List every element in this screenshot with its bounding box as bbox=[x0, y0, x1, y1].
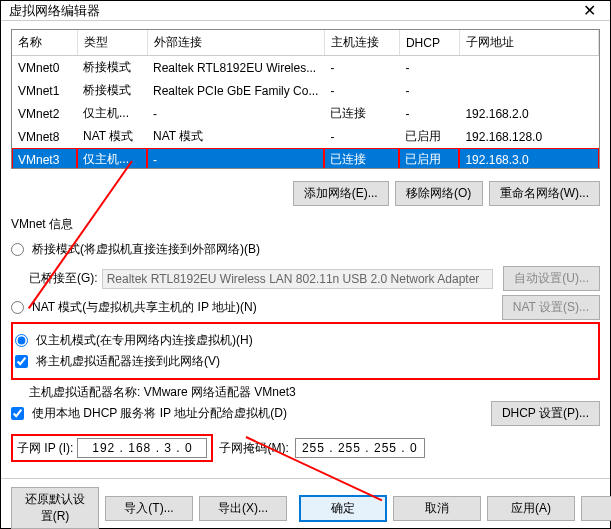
export-button[interactable]: 导出(X)... bbox=[199, 496, 287, 521]
remove-network-button[interactable]: 移除网络(O) bbox=[395, 181, 483, 206]
col-dhcp[interactable]: DHCP bbox=[399, 30, 459, 56]
dhcp-settings-button[interactable]: DHCP 设置(P)... bbox=[491, 401, 600, 426]
cell-subnet: 192.168.2.0 bbox=[459, 102, 598, 125]
subnet-ip-label: 子网 IP (I): bbox=[17, 440, 73, 457]
col-ext[interactable]: 外部连接 bbox=[147, 30, 324, 56]
vmnet-info-label: VMnet 信息 bbox=[11, 216, 600, 233]
cell-host: 已连接 bbox=[324, 102, 399, 125]
cell-dhcp: 已启用 bbox=[399, 125, 459, 148]
cell-type: 桥接模式 bbox=[77, 56, 147, 80]
subnet-mask-label: 子网掩码(M): bbox=[219, 440, 288, 457]
help-button[interactable]: 帮助 bbox=[581, 496, 611, 521]
bridge-mode-label: 桥接模式(将虚拟机直接连接到外部网络)(B) bbox=[32, 241, 260, 258]
cell-name: VMnet0 bbox=[12, 56, 77, 80]
cell-name: VMnet8 bbox=[12, 125, 77, 148]
nat-mode-label: NAT 模式(与虚拟机共享主机的 IP 地址)(N) bbox=[32, 299, 257, 316]
cell-type: 桥接模式 bbox=[77, 79, 147, 102]
adapter-name-value: VMware 网络适配器 VMnet3 bbox=[144, 385, 296, 399]
host-only-mode-radio[interactable] bbox=[15, 334, 28, 347]
cell-subnet: 192.168.3.0 bbox=[459, 148, 598, 169]
table-row[interactable]: VMnet8NAT 模式NAT 模式-已启用192.168.128.0 bbox=[12, 125, 599, 148]
cell-dhcp: - bbox=[399, 79, 459, 102]
table-row[interactable]: VMnet2仅主机...-已连接-192.168.2.0 bbox=[12, 102, 599, 125]
cell-type: 仅主机... bbox=[77, 102, 147, 125]
cancel-button[interactable]: 取消 bbox=[393, 496, 481, 521]
cell-dhcp: - bbox=[399, 102, 459, 125]
col-type[interactable]: 类型 bbox=[77, 30, 147, 56]
adapter-name-label: 主机虚拟适配器名称: bbox=[29, 385, 140, 399]
table-row[interactable]: VMnet0桥接模式Realtek RTL8192EU Wireles...-- bbox=[12, 56, 599, 80]
cell-ext: - bbox=[147, 102, 324, 125]
use-dhcp-checkbox[interactable] bbox=[11, 407, 24, 420]
col-host[interactable]: 主机连接 bbox=[324, 30, 399, 56]
restore-defaults-button[interactable]: 还原默认设置(R) bbox=[11, 487, 99, 529]
connect-host-label: 将主机虚拟适配器连接到此网络(V) bbox=[36, 353, 220, 370]
network-table[interactable]: 名称 类型 外部连接 主机连接 DHCP 子网地址 VMnet0桥接模式Real… bbox=[11, 29, 600, 169]
cell-ext: Realtek RTL8192EU Wireles... bbox=[147, 56, 324, 80]
cell-type: 仅主机... bbox=[77, 148, 147, 169]
connect-host-checkbox[interactable] bbox=[15, 355, 28, 368]
cell-name: VMnet3 bbox=[12, 148, 77, 169]
nat-mode-radio[interactable] bbox=[11, 301, 24, 314]
cell-host: - bbox=[324, 125, 399, 148]
table-row[interactable]: VMnet3仅主机...-已连接已启用192.168.3.0 bbox=[12, 148, 599, 169]
nat-settings-button: NAT 设置(S)... bbox=[502, 295, 600, 320]
subnet-mask-input[interactable]: 255 . 255 . 255 . 0 bbox=[295, 438, 425, 458]
cell-dhcp: 已启用 bbox=[399, 148, 459, 169]
cell-host: - bbox=[324, 79, 399, 102]
cell-ext: - bbox=[147, 148, 324, 169]
cell-dhcp: - bbox=[399, 56, 459, 80]
import-button[interactable]: 导入(T)... bbox=[105, 496, 193, 521]
cell-subnet: 192.168.128.0 bbox=[459, 125, 598, 148]
close-icon[interactable]: ✕ bbox=[577, 1, 602, 20]
bridge-mode-radio[interactable] bbox=[11, 243, 24, 256]
cell-host: - bbox=[324, 56, 399, 80]
col-name[interactable]: 名称 bbox=[12, 30, 77, 56]
bridge-to-label: 已桥接至(G): bbox=[29, 270, 98, 287]
cell-subnet bbox=[459, 56, 598, 80]
rename-network-button[interactable]: 重命名网络(W)... bbox=[489, 181, 600, 206]
cell-ext: Realtek PCIe GbE Family Co... bbox=[147, 79, 324, 102]
ok-button[interactable]: 确定 bbox=[299, 495, 387, 522]
auto-settings-button: 自动设置(U)... bbox=[503, 266, 600, 291]
cell-name: VMnet1 bbox=[12, 79, 77, 102]
subnet-ip-input[interactable]: 192 . 168 . 3 . 0 bbox=[77, 438, 207, 458]
cell-ext: NAT 模式 bbox=[147, 125, 324, 148]
cell-host: 已连接 bbox=[324, 148, 399, 169]
titlebar: 虚拟网络编辑器 ✕ bbox=[1, 1, 610, 21]
cell-type: NAT 模式 bbox=[77, 125, 147, 148]
bridge-adapter-select[interactable]: Realtek RTL8192EU Wireless LAN 802.11n U… bbox=[102, 269, 494, 289]
use-dhcp-label: 使用本地 DHCP 服务将 IP 地址分配给虚拟机(D) bbox=[32, 405, 287, 422]
add-network-button[interactable]: 添加网络(E)... bbox=[293, 181, 389, 206]
col-subnet[interactable]: 子网地址 bbox=[459, 30, 598, 56]
apply-button[interactable]: 应用(A) bbox=[487, 496, 575, 521]
host-only-mode-label: 仅主机模式(在专用网络内连接虚拟机)(H) bbox=[36, 332, 253, 349]
cell-subnet bbox=[459, 79, 598, 102]
table-row[interactable]: VMnet1桥接模式Realtek PCIe GbE Family Co...-… bbox=[12, 79, 599, 102]
window-title: 虚拟网络编辑器 bbox=[9, 2, 100, 20]
cell-name: VMnet2 bbox=[12, 102, 77, 125]
